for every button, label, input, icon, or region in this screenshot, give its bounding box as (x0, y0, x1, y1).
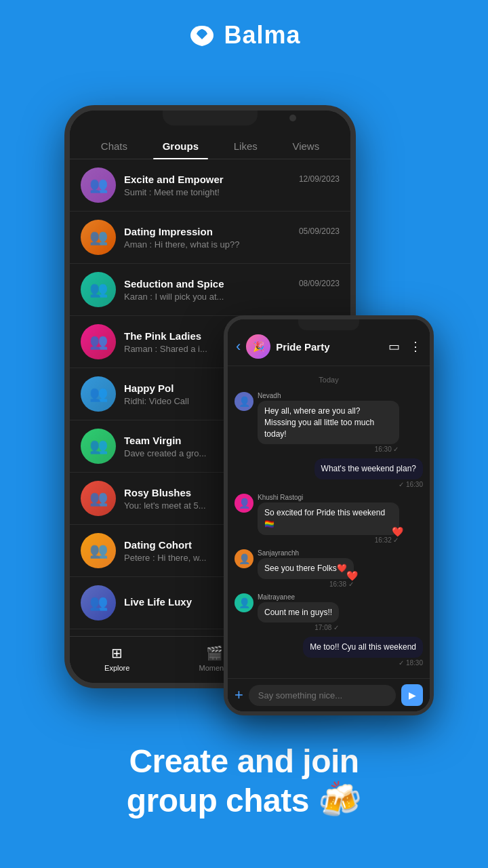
tagline: Create and join group chats 🍻 (0, 743, 488, 821)
tab-groups[interactable]: Groups (153, 135, 208, 159)
add-attachment-button[interactable]: + (235, 686, 243, 704)
message-row: What's the weekend plan? ✓ 16:30 (235, 458, 423, 488)
avatar: 👥 (81, 272, 116, 307)
list-item[interactable]: 👥 Dating Impression 05/09/2023 Aman : Hi… (70, 212, 350, 264)
send-icon: ▶ (409, 690, 416, 701)
avatar: 👥 (81, 220, 116, 255)
chat-name: Dating Cohort (124, 539, 192, 551)
avatar: 👥 (81, 481, 116, 516)
avatar: 👥 (81, 533, 116, 568)
message-bubble: So excited for Pride this weekend 🏳️‍🌈 ❤… (258, 502, 399, 535)
chat-preview: Sumit : Meet me tonight! (124, 187, 340, 197)
send-button[interactable]: ▶ (401, 684, 423, 706)
bottom-nav-label: Explore (104, 664, 129, 672)
message-bubble: Hey all, where are you all? Misssing you… (258, 401, 399, 444)
message-time: ✓ 16:30 (314, 481, 423, 488)
chat-name: Happy Pol (124, 382, 174, 394)
avatar: 👥 (81, 376, 116, 412)
messages-area: Today 👤 Nevadh Hey all, where are you al… (228, 366, 430, 678)
chat-name: Rosy Blushes (124, 487, 191, 498)
tagline-line1: Create and join (129, 743, 359, 779)
group-avatar: 🎉 (246, 334, 270, 359)
message-row: 👤 Khushi Rastogi So excited for Pride th… (235, 494, 423, 544)
message-avatar: 👤 (235, 593, 253, 612)
message-bubble: What's the weekend plan? (314, 458, 423, 479)
tab-likes[interactable]: Likes (224, 135, 267, 159)
chat-name: Seduction and Spice (124, 278, 224, 290)
message-avatar: 👤 (235, 549, 253, 568)
message-sender: Maitrayanee (258, 593, 339, 601)
message-sender: Nevadh (258, 392, 399, 399)
list-item[interactable]: 👥 Seduction and Spice 08/09/2023 Karan :… (70, 264, 350, 316)
chat-name: Dating Impression (124, 226, 213, 237)
logo-icon (187, 20, 217, 50)
chat-header-name: Pride Party (276, 341, 383, 353)
message-time: 16:30 ✓ (258, 446, 399, 453)
message-row: 👤 Nevadh Hey all, where are you all? Mis… (235, 392, 423, 453)
chat-time: 12/09/2023 (299, 174, 340, 184)
video-call-icon[interactable]: ▭ (388, 339, 400, 354)
heart-reaction-icon: ❤️ (346, 570, 358, 583)
chat-time: 05/09/2023 (299, 226, 340, 236)
chat-name: Live Life Luxy (124, 596, 192, 608)
message-input[interactable] (249, 685, 396, 706)
message-bubble: Count me in guys!! (258, 602, 339, 623)
avatar: 👥 (81, 429, 116, 464)
message-time: 16:38 ✓ (258, 580, 354, 588)
input-bar: + ▶ (228, 678, 430, 711)
chat-name: Excite and Empower (124, 174, 224, 185)
date-divider: Today (235, 376, 423, 384)
message-bubble: See you there Folks❤️ ❤️ (258, 558, 354, 579)
back-button[interactable]: ‹ (236, 338, 241, 355)
tab-views[interactable]: Views (283, 135, 329, 159)
chat-preview: Karan : I will pick you at... (124, 292, 340, 302)
bottom-nav-explore[interactable]: ⊞ Explore (104, 645, 129, 672)
phone-small: ‹ 🎉 Pride Party ▭ ⋮ Today 👤 Nevadh (224, 315, 434, 715)
avatar: 👥 (81, 167, 116, 203)
logo-text: Balma (224, 21, 300, 50)
avatar: 👥 (81, 585, 116, 620)
grid-icon: ⊞ (111, 645, 123, 661)
list-item[interactable]: 👥 Excite and Empower 12/09/2023 Sumit : … (70, 159, 350, 212)
message-time: 17:08 ✓ (258, 624, 339, 631)
message-avatar: 👤 (235, 494, 253, 513)
moments-icon: 🎬 (206, 645, 223, 661)
message-time: 16:32 ✓ (258, 536, 399, 544)
message-row: 👤 Maitrayanee Count me in guys!! 17:08 ✓ (235, 593, 423, 632)
tab-chats[interactable]: Chats (92, 135, 137, 159)
app-header: Balma (0, 0, 488, 64)
chat-time: 08/09/2023 (299, 279, 340, 288)
message-time: ✓ 18:30 (303, 659, 423, 667)
message-sender: Sanjayranchh (258, 549, 354, 557)
chat-preview: Aman : Hi there, what is up?? (124, 239, 340, 250)
avatar: 👥 (81, 324, 116, 359)
chat-name: The Pink Ladies (124, 330, 201, 342)
message-bubble: Me too!! Cyu all this weekend (303, 637, 423, 658)
chat-header: ‹ 🎉 Pride Party ▭ ⋮ (228, 319, 430, 366)
more-options-icon[interactable]: ⋮ (409, 339, 422, 354)
chat-name: Team Virgin (124, 435, 181, 446)
message-row: Me too!! Cyu all this weekend ✓ 18:30 (235, 637, 423, 667)
nav-tabs: Chats Groups Likes Views (70, 130, 350, 159)
message-row: 👤 Sanjayranchh See you there Folks❤️ ❤️ … (235, 549, 423, 588)
tagline-emoji: 🍻 (318, 780, 362, 819)
message-avatar: 👤 (235, 392, 253, 411)
tagline-line2: group chats (127, 783, 309, 818)
heart-reaction-icon: ❤️ (392, 526, 403, 539)
message-sender: Khushi Rastogi (258, 494, 399, 501)
